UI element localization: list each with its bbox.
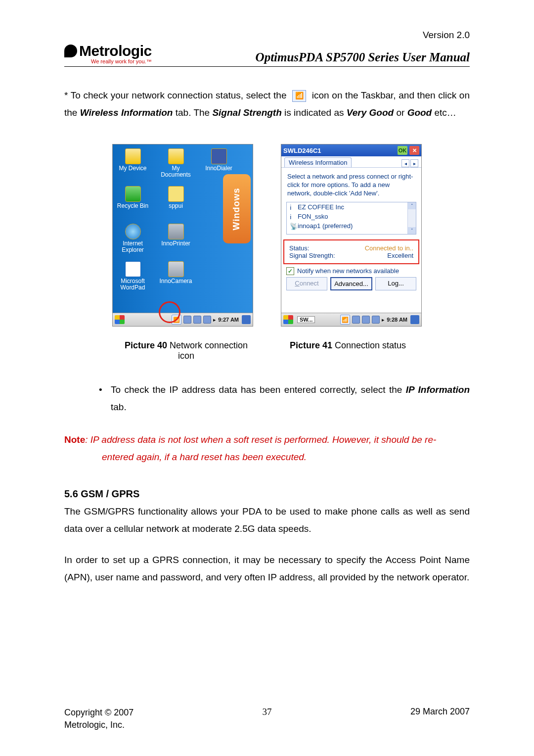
label: Recycle Bin [117, 203, 148, 209]
footer: Copyright © 2007 Metrologic, Inc. 37 29 … [64, 707, 470, 731]
network-tray-icon[interactable]: 📶 [340, 315, 350, 325]
tab-scroll-left-icon[interactable]: ◂ [401, 159, 409, 167]
label: InnoCamera [159, 278, 192, 284]
ip-info-term: IP Information [406, 384, 470, 395]
icon-sppui[interactable]: sppui [160, 186, 192, 221]
text: * To check your network connection statu… [64, 90, 289, 100]
icon-innoprinter[interactable]: InnoPrinter [160, 224, 192, 258]
icon-recycle-bin[interactable]: Recycle Bin [117, 186, 149, 221]
text: is indicated as [284, 107, 347, 118]
label: sppui [169, 203, 183, 209]
label: InnoDialer [205, 165, 232, 172]
intro-paragraph: * To check your network connection statu… [64, 87, 470, 121]
strength-label: Signal Strength: [289, 252, 335, 259]
caption-label: Picture 41 [290, 340, 335, 350]
label: InnoPrinter [161, 240, 190, 247]
good-term: Good [407, 107, 432, 118]
taskbar[interactable]: SW... 📶 ▸ 9:28 AM [281, 313, 421, 326]
label: My Documents [160, 165, 192, 178]
network-tray-icon[interactable]: 📶 [172, 315, 181, 325]
label: My Device [119, 165, 146, 172]
start-button-icon[interactable] [115, 315, 125, 324]
window-titlebar: SWLD246C1 OK ✕ [281, 144, 421, 156]
notify-label: Notify when new networks available [297, 267, 399, 275]
tray-icon[interactable] [193, 316, 201, 324]
sip-keyboard-icon[interactable] [410, 315, 419, 324]
tray-icon[interactable] [372, 316, 380, 324]
clock: 9:27 AM [218, 317, 239, 323]
version-label: Version 2.0 [64, 30, 470, 41]
status-value: Connected to in.. [365, 244, 413, 252]
taskbar-app-button[interactable]: SW... [297, 316, 315, 323]
text: tab. [111, 402, 127, 412]
tray-icon[interactable] [183, 316, 191, 324]
text: or [396, 107, 407, 118]
note-label: Note [64, 434, 85, 445]
paragraph: The GSM/GPRS functionality allows your P… [64, 503, 470, 537]
connect-button[interactable]: Connect [286, 277, 327, 290]
logo-tagline: We really work for you.™ [91, 58, 152, 64]
copyright-line1: Copyright © 2007 [64, 707, 134, 719]
window-title: SWLD246C1 [283, 147, 321, 154]
text: tab. The [176, 107, 213, 118]
list-item: 𝗂FON_ssko [287, 212, 416, 221]
logo-text: Metrologic [79, 43, 152, 59]
list-item: 📡innoap1 (preferred) [287, 221, 416, 231]
page-number: 37 [263, 707, 272, 717]
help-text: Select a network and press connect or ri… [286, 171, 416, 200]
label: Internet Explorer [117, 240, 149, 253]
signal-strength-term: Signal Strength [212, 107, 281, 118]
strength-value: Excellent [387, 252, 413, 259]
windows-embedded-banner: Windows [223, 174, 251, 243]
caption-text: Network connection icon [170, 340, 248, 361]
captions: Picture 40 Network connection icon Pictu… [64, 340, 470, 361]
log-button[interactable]: Log... [375, 277, 416, 290]
taskbar[interactable]: 📶 ▸ 9:27 AM [113, 313, 253, 326]
clock: 9:28 AM [387, 317, 407, 323]
screenshot-desktop: My Device My Documents InnoDialer Recycl… [112, 144, 253, 327]
network-list[interactable]: 𝗂EZ COFFEE Inc 𝗂FON_ssko 📡innoap1 (prefe… [286, 202, 416, 235]
icon-internet-explorer[interactable]: Internet Explorer [117, 224, 149, 258]
status-box: Status:Connected to in.. Signal Strength… [283, 239, 419, 264]
very-good-term: Very Good [347, 107, 394, 118]
start-button-icon[interactable] [283, 315, 293, 324]
section-heading: 5.6 GSM / GPRS [64, 488, 470, 500]
network-connection-icon: 📶 [292, 90, 306, 102]
copyright-line2: Metrologic, Inc. [64, 719, 134, 731]
list-item: 𝗂EZ COFFEE Inc [287, 202, 416, 212]
label: Microsoft WordPad [117, 278, 149, 291]
logo-mark-icon [64, 45, 77, 57]
caption-text: Connection status [335, 340, 406, 350]
notify-checkbox[interactable]: ✓ [286, 267, 294, 275]
ok-button[interactable]: OK [398, 146, 407, 155]
advanced-button[interactable]: Advanced... [330, 277, 372, 290]
scrollbar[interactable]: ˄˅ [407, 202, 416, 234]
note-text: IP address data is not lost when a soft … [90, 434, 436, 445]
tab-wireless-information[interactable]: Wireless Information [284, 157, 352, 167]
tray-icon[interactable] [203, 316, 211, 324]
bullet-item: • To check the IP address data has been … [99, 381, 470, 416]
signal-icon: 𝗂 [290, 204, 296, 210]
logo: Metrologic We really work for you.™ [64, 43, 152, 64]
sip-keyboard-icon[interactable] [242, 315, 251, 324]
tray-icon[interactable] [352, 316, 360, 324]
icon-my-documents[interactable]: My Documents [160, 148, 192, 183]
antenna-icon: 📡 [290, 223, 296, 229]
paragraph: In order to set up a GPRS connection, it… [64, 551, 470, 586]
header: Metrologic We really work for you.™ Opti… [64, 43, 470, 67]
screenshot-wireless-info: SWLD246C1 OK ✕ Wireless Information ◂ ▸ … [281, 144, 422, 327]
note-text: entered again, if a hard reset has been … [102, 448, 470, 466]
note-block: Note: IP address data is not lost when a… [64, 431, 470, 466]
wireless-info-term: Wireless Information [80, 107, 173, 118]
text: etc… [435, 107, 456, 118]
icon-innocamera[interactable]: InnoCamera [160, 261, 192, 296]
footer-date: 29 March 2007 [410, 707, 470, 717]
signal-icon: 𝗂 [290, 213, 296, 219]
tray-icon[interactable] [362, 316, 370, 324]
doc-title: OptimusPDA SP5700 Series User Manual [256, 50, 470, 64]
tab-scroll-right-icon[interactable]: ▸ [410, 159, 418, 167]
close-button[interactable]: ✕ [409, 146, 419, 155]
icon-wordpad[interactable]: Microsoft WordPad [117, 261, 149, 296]
icon-my-device[interactable]: My Device [117, 148, 149, 183]
text: To check the IP address data has been en… [111, 384, 406, 395]
